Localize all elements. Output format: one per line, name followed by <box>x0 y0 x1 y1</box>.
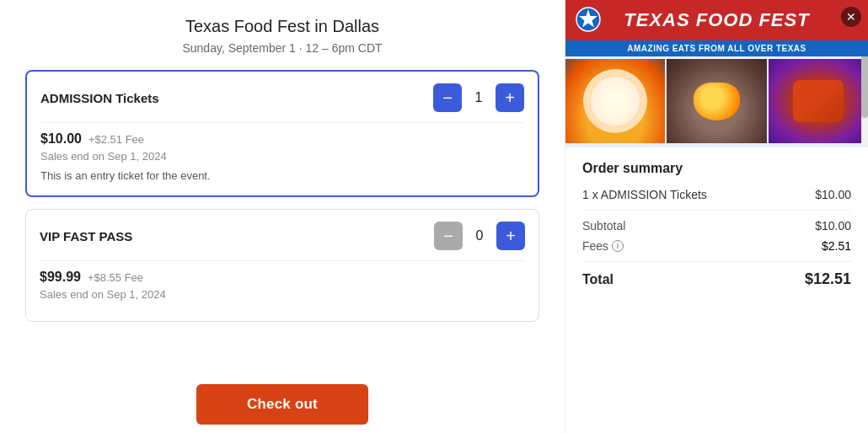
vip-ticket-name: VIP FAST PASS <box>40 229 132 243</box>
minus-icon: − <box>443 227 453 244</box>
vip-fee: +$8.55 Fee <box>88 271 143 284</box>
fees-info-icon[interactable]: i <box>612 240 624 252</box>
vip-price: $99.99 <box>40 270 81 285</box>
admission-decrease-button[interactable]: − <box>433 83 462 112</box>
order-divider-2 <box>582 261 851 262</box>
order-fees-row: Fees i $2.51 <box>582 239 851 253</box>
food-photo-2 <box>667 59 766 143</box>
admission-price: $10.00 <box>40 131 82 147</box>
order-summary-panel: Order summary 1 x ADMISSION Tickets $10.… <box>565 147 868 433</box>
admission-fee: +$2.51 Fee <box>88 133 144 146</box>
food-photo-3 <box>769 59 868 143</box>
texas-star-icon <box>576 7 601 32</box>
admission-quantity-controls: − 1 + <box>433 83 524 112</box>
banner-subtitle: AMAZING EATS FROM ALL OVER TEXAS <box>565 40 868 56</box>
admission-description: This is an entry ticket for the event. <box>40 169 524 182</box>
order-total-amount: $12.51 <box>805 270 851 288</box>
checkout-button[interactable]: Check out <box>196 384 368 425</box>
admission-ticket-header: ADMISSION Tickets − 1 + <box>40 83 524 112</box>
vip-ticket-card: VIP FAST PASS − 0 + $99.99 +$8.55 Fee Sa… <box>25 209 539 322</box>
order-summary-title: Order summary <box>582 161 851 176</box>
vip-sales-end: Sales end on Sep 1, 2024 <box>40 288 525 301</box>
admission-increase-button[interactable]: + <box>496 83 524 112</box>
close-button[interactable]: ✕ <box>841 7 861 27</box>
order-subtotal-row: Subtotal $10.00 <box>582 219 851 233</box>
vip-decrease-button[interactable]: − <box>434 222 463 250</box>
checkout-area: Check out <box>0 384 565 425</box>
vip-quantity-controls: − 0 + <box>434 222 525 250</box>
order-line-item-amount: $10.00 <box>815 188 851 201</box>
admission-ticket-card: ADMISSION Tickets − 1 + $10.00 +$2.51 Fe… <box>25 70 539 197</box>
banner-title: TEXAS FOOD FEST <box>624 9 809 31</box>
vip-price-row: $99.99 +$8.55 Fee <box>40 270 525 285</box>
banner-red-bar: TEXAS FOOD FEST <box>565 0 868 40</box>
fees-amount: $2.51 <box>822 239 851 253</box>
vip-ticket-header: VIP FAST PASS − 0 + <box>40 222 525 250</box>
admission-ticket-name: ADMISSION Tickets <box>40 91 159 105</box>
fees-label: Fees <box>582 239 608 253</box>
vip-quantity-value: 0 <box>473 228 486 243</box>
admission-sales-end: Sales end on Sep 1, 2024 <box>40 150 524 163</box>
event-date: Sunday, September 1 · 12 – 6pm CDT <box>25 41 539 55</box>
plus-icon: + <box>505 89 515 106</box>
order-total-row: Total $12.51 <box>582 270 851 288</box>
order-divider-1 <box>582 210 851 211</box>
order-subtotal-label: Subtotal <box>582 219 625 233</box>
banner-area: TEXAS FOOD FEST AMAZING EATS FROM ALL OV… <box>565 0 868 147</box>
close-icon: ✕ <box>846 10 856 24</box>
banner-photos <box>565 59 868 143</box>
order-total-label: Total <box>582 272 613 287</box>
order-subtotal-amount: $10.00 <box>815 219 851 233</box>
admission-price-row: $10.00 +$2.51 Fee <box>40 131 524 147</box>
fees-label-wrap: Fees i <box>582 239 624 253</box>
order-line-item: 1 x ADMISSION Tickets $10.00 <box>582 188 851 201</box>
order-line-item-label: 1 x ADMISSION Tickets <box>582 188 707 201</box>
left-panel: Texas Food Fest in Dallas Sunday, Septem… <box>0 0 565 433</box>
food-photo-1 <box>565 59 665 143</box>
vip-divider <box>40 260 525 261</box>
minus-icon: − <box>442 89 453 106</box>
plus-icon: + <box>506 227 516 244</box>
event-title: Texas Food Fest in Dallas <box>25 17 539 36</box>
vip-increase-button[interactable]: + <box>496 222 525 250</box>
admission-divider <box>40 122 524 123</box>
right-panel: TEXAS FOOD FEST AMAZING EATS FROM ALL OV… <box>565 0 868 433</box>
admission-quantity-value: 1 <box>472 90 485 105</box>
